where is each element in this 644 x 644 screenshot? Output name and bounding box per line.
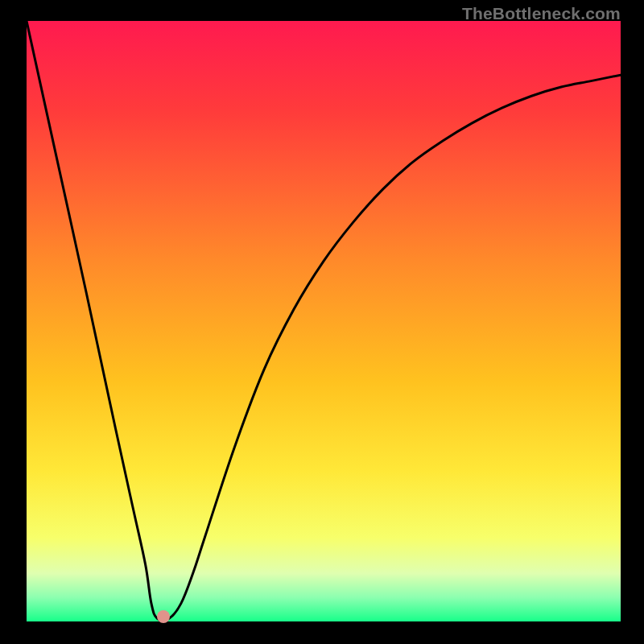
- optimal-point-marker: [157, 610, 170, 623]
- curve-layer: [27, 21, 621, 621]
- bottleneck-curve: [27, 21, 621, 621]
- plot-area: [27, 21, 621, 621]
- chart-container: TheBottleneck.com: [0, 0, 644, 644]
- watermark-text: TheBottleneck.com: [462, 4, 621, 23]
